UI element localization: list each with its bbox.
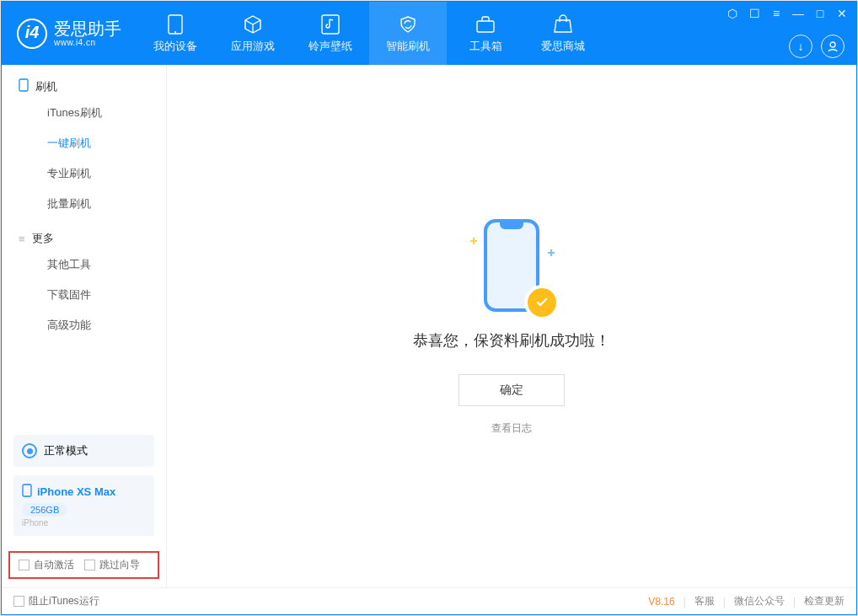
main-panel: 恭喜您，保资料刷机成功啦！ 确定 查看日志: [167, 65, 856, 587]
phone-small-icon: [22, 484, 32, 500]
list-icon: ≡: [19, 233, 25, 245]
sparkle-icon: [470, 238, 477, 244]
nav-smart-flash[interactable]: 智能刷机: [369, 2, 447, 65]
minimize-button[interactable]: —: [791, 7, 806, 20]
sidebar-item-batch-flash[interactable]: 批量刷机: [2, 189, 166, 219]
check-badge-icon: [528, 288, 556, 317]
checkbox-icon: [13, 596, 24, 607]
skip-guide-checkbox[interactable]: 跳过向导: [84, 558, 140, 572]
sparkle-icon: [548, 249, 555, 256]
checkbox-icon: [19, 560, 29, 570]
sidebar-group-more: ≡ 更多: [2, 231, 166, 246]
nav-apps-games[interactable]: 应用游戏: [214, 2, 292, 65]
footer-bar: 阻止iTunes运行 V8.16 | 客服 | 微信公众号 | 检查更新: [2, 587, 856, 614]
sidebar-item-one-key-flash[interactable]: 一键刷机: [2, 128, 166, 158]
nav-label: 智能刷机: [386, 39, 430, 54]
sidebar-item-download-firmware[interactable]: 下载固件: [2, 280, 166, 310]
user-icon[interactable]: [821, 35, 845, 58]
bag-icon: [552, 13, 574, 35]
nav-label: 工具箱: [469, 39, 502, 54]
device-icon: [19, 78, 29, 94]
success-illustration: [474, 217, 550, 313]
nav-label: 应用游戏: [231, 39, 275, 54]
nav-label: 我的设备: [153, 39, 197, 54]
flash-options: 自动激活 跳过向导: [8, 551, 159, 579]
phone-icon: [164, 13, 186, 35]
svg-rect-0: [169, 15, 182, 34]
mode-icon: [22, 443, 37, 458]
toolbox-icon: [475, 13, 496, 35]
sidebar-info: 正常模式 iPhone XS Max 256GB iPhone: [2, 426, 166, 548]
maximize-button[interactable]: □: [812, 7, 828, 20]
refresh-shield-icon: [397, 13, 419, 35]
device-name: iPhone XS Max: [37, 485, 115, 498]
app-window: i4 爱思助手 www.i4.cn 我的设备 应用游戏 铃声壁纸 智能刷机: [1, 1, 857, 615]
logo-icon: i4: [17, 19, 47, 49]
top-nav: 我的设备 应用游戏 铃声壁纸 智能刷机 工具箱 爱思商城: [137, 2, 602, 65]
close-button[interactable]: ✕: [834, 7, 850, 20]
svg-point-4: [830, 42, 835, 47]
block-itunes-checkbox[interactable]: 阻止iTunes运行: [13, 594, 99, 608]
nav-label: 铃声壁纸: [308, 39, 352, 54]
view-log-link[interactable]: 查看日志: [491, 421, 532, 436]
brand-url: www.i4.cn: [54, 38, 121, 47]
checkbox-icon: [84, 560, 95, 570]
sidebar-item-pro-flash[interactable]: 专业刷机: [2, 158, 166, 189]
nav-ringtones[interactable]: 铃声壁纸: [292, 2, 369, 65]
sidebar-item-itunes-flash[interactable]: iTunes刷机: [2, 98, 166, 128]
auto-activate-checkbox[interactable]: 自动激活: [19, 558, 74, 572]
body: 刷机 iTunes刷机 一键刷机 专业刷机 批量刷机 ≡ 更多: [2, 65, 856, 587]
music-icon: [319, 13, 341, 35]
feedback-icon[interactable]: ☐: [747, 7, 762, 20]
nav-label: 爱思商城: [541, 39, 585, 54]
header-actions: ↓: [789, 35, 845, 58]
device-card[interactable]: iPhone XS Max 256GB iPhone: [13, 475, 154, 536]
storage-badge: 256GB: [22, 503, 67, 517]
brand-logo: i4 爱思助手 www.i4.cn: [2, 2, 137, 65]
header-bar: i4 爱思助手 www.i4.cn 我的设备 应用游戏 铃声壁纸 智能刷机: [2, 2, 856, 65]
svg-rect-3: [477, 21, 494, 32]
shirt-icon[interactable]: ⬡: [725, 7, 740, 20]
support-link[interactable]: 客服: [694, 594, 715, 608]
wechat-link[interactable]: 微信公众号: [734, 594, 785, 608]
ok-button[interactable]: 确定: [458, 374, 565, 406]
sidebar-item-other-tools[interactable]: 其他工具: [2, 249, 166, 280]
svg-point-1: [174, 31, 176, 33]
device-type: iPhone: [22, 518, 146, 528]
version-label: V8.16: [648, 596, 674, 608]
nav-my-device[interactable]: 我的设备: [137, 2, 214, 65]
cube-icon: [242, 13, 264, 35]
menu-icon[interactable]: ≡: [769, 7, 784, 20]
window-controls: ⬡ ☐ ≡ — □ ✕: [725, 7, 850, 20]
sidebar-item-advanced[interactable]: 高级功能: [2, 310, 166, 340]
sidebar: 刷机 iTunes刷机 一键刷机 专业刷机 批量刷机 ≡ 更多: [2, 65, 167, 587]
mode-label: 正常模式: [44, 443, 88, 458]
svg-rect-6: [23, 485, 31, 496]
sidebar-group-flash: 刷机: [2, 78, 166, 94]
download-icon[interactable]: ↓: [789, 35, 812, 58]
check-update-link[interactable]: 检查更新: [804, 594, 845, 608]
nav-store[interactable]: 爱思商城: [524, 2, 602, 65]
mode-card[interactable]: 正常模式: [13, 435, 154, 467]
nav-toolbox[interactable]: 工具箱: [447, 2, 524, 65]
svg-rect-2: [322, 15, 339, 34]
svg-rect-5: [19, 79, 28, 91]
brand-name: 爱思助手: [54, 19, 121, 38]
success-message: 恭喜您，保资料刷机成功啦！: [413, 330, 610, 351]
